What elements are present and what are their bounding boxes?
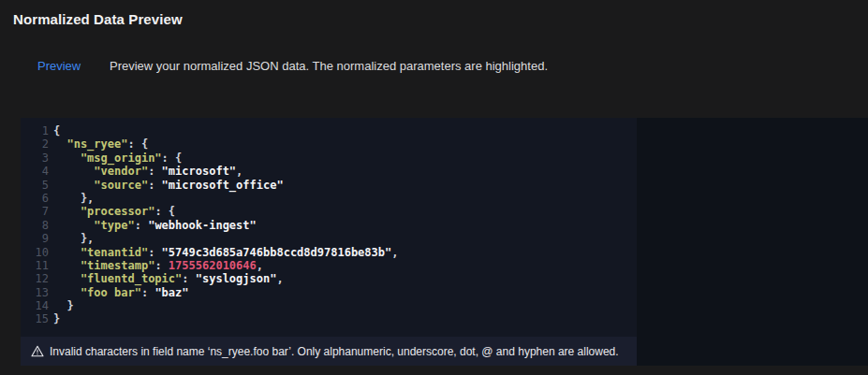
code-line: 4 "vendor": "microsoft", [21, 165, 637, 178]
line-number: 4 [21, 165, 49, 178]
page-title: Normalized Data Preview [13, 11, 183, 27]
code-text: }, [53, 232, 94, 245]
code-line: 5 "source": "microsoft_office" [21, 179, 637, 192]
code-line: 14 } [21, 299, 637, 312]
code-text: "source": "microsoft_office" [53, 179, 284, 192]
code-line: 9 }, [21, 232, 637, 245]
tab-description: Preview your normalized JSON data. The n… [110, 59, 548, 73]
line-number: 8 [21, 219, 49, 232]
code-text: "fluentd_topic": "syslogjson", [53, 272, 284, 285]
code-text: } [53, 299, 74, 312]
code-line: 15} [21, 312, 637, 325]
line-number: 11 [21, 259, 49, 272]
code-line: 13 "foo bar": "baz" [21, 286, 637, 299]
code-text: "tenantid": "5749c3d685a746bb8ccd8d97816… [53, 246, 398, 259]
line-number: 7 [21, 205, 49, 218]
code-text: "vendor": "microsoft", [53, 165, 243, 178]
line-number: 6 [21, 192, 49, 205]
tab-preview[interactable]: Preview [37, 59, 81, 73]
code-lines: 1{2 "ns_ryee": {3 "msg_origin": {4 "vend… [21, 124, 637, 326]
line-number: 5 [21, 179, 49, 192]
code-line: 6 }, [21, 192, 637, 205]
code-line: 11 "timestamp": 1755562010646, [21, 259, 637, 272]
code-line: 10 "tenantid": "5749c3d685a746bb8ccd8d97… [21, 246, 637, 259]
code-line: 7 "processor": { [21, 205, 637, 218]
line-number: 15 [21, 312, 49, 325]
tab-row: Preview Preview your normalized JSON dat… [0, 59, 868, 76]
code-text: } [53, 312, 60, 325]
line-number: 2 [21, 137, 49, 151]
code-line: 3 "msg_origin": { [21, 151, 637, 165]
code-text: "processor": { [53, 205, 175, 218]
preview-panel: 1{2 "ns_ryee": {3 "msg_origin": {4 "vend… [21, 118, 868, 366]
line-number: 13 [21, 286, 49, 299]
code-text: "type": "webhook-ingest" [53, 219, 257, 232]
line-number: 3 [21, 151, 49, 165]
code-line: 8 "type": "webhook-ingest" [21, 219, 637, 232]
code-line: 12 "fluentd_topic": "syslogjson", [21, 272, 637, 285]
code-text: { [53, 124, 60, 137]
warning-banner: Invalid characters in field name ‘ns_rye… [21, 337, 637, 366]
line-number: 10 [21, 246, 49, 259]
code-line: 2 "ns_ryee": { [21, 137, 637, 151]
line-number: 1 [21, 124, 49, 137]
warning-triangle-icon [31, 345, 44, 357]
code-text: "ns_ryee": { [53, 137, 148, 151]
normalized-data-preview-page: Normalized Data Preview Preview Preview … [0, 0, 868, 375]
code-text: }, [53, 192, 94, 205]
line-number: 9 [21, 232, 49, 245]
code-text: "timestamp": 1755562010646, [53, 259, 263, 272]
line-number: 14 [21, 299, 49, 312]
line-number: 12 [21, 272, 49, 285]
code-text: "msg_origin": { [53, 151, 182, 165]
warning-text: Invalid characters in field name ‘ns_rye… [50, 345, 619, 358]
json-code-editor: 1{2 "ns_ryee": {3 "msg_origin": {4 "vend… [21, 118, 637, 337]
code-line: 1{ [21, 124, 637, 137]
code-text: "foo bar": "baz" [53, 286, 189, 299]
